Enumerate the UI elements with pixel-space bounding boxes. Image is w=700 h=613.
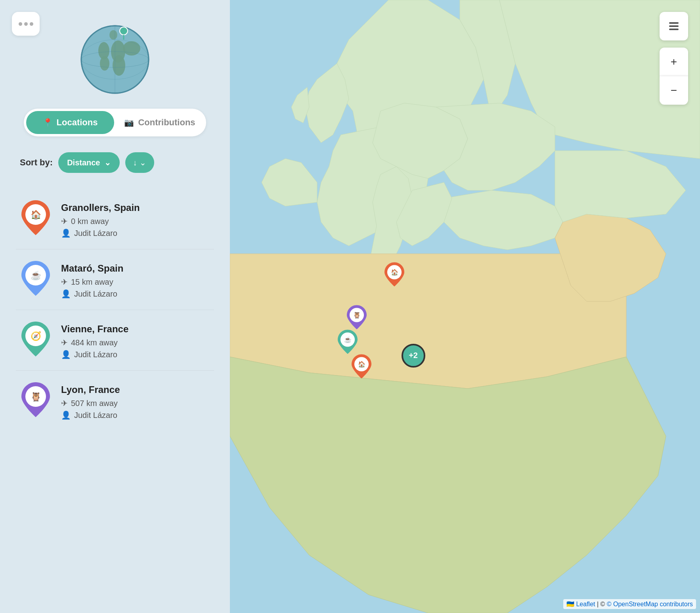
location-list: 🏠 Granollers, Spain ✈ 0 km away 👤 Judit …	[16, 189, 214, 601]
location-distance: ✈ 0 km away	[61, 216, 210, 226]
sort-dropdown[interactable]: Distance ⌄	[58, 152, 119, 173]
svg-text:🏠: 🏠	[358, 360, 366, 368]
svg-text:🏠: 🏠	[31, 209, 42, 220]
osm-link[interactable]: © OpenStreetMap contributors	[607, 601, 693, 607]
map-marker-vienne[interactable]: 🏠	[384, 262, 404, 288]
location-name: Granollers, Spain	[61, 202, 210, 213]
map-marker-granollers[interactable]: 🏠	[352, 354, 371, 380]
map-marker-mataro[interactable]: ☕	[338, 329, 358, 356]
sort-direction-button[interactable]: ↓ ⌄	[125, 152, 154, 173]
dot-3	[30, 22, 33, 26]
sort-row: Sort by: Distance ⌄ ↓ ⌄	[16, 152, 154, 173]
tabs-container: 📍 Locations 📷 Contributions	[24, 109, 206, 136]
svg-rect-30	[669, 22, 679, 24]
user-icon: 👤	[61, 350, 71, 359]
location-info-granollers: Granollers, Spain ✈ 0 km away 👤 Judit Lá…	[61, 200, 210, 238]
location-user: 👤 Judit Lázaro	[61, 228, 210, 238]
dot-2	[24, 22, 28, 26]
svg-text:☕: ☕	[344, 336, 352, 343]
location-info-mataro: Mataró, Spain ✈ 15 km away 👤 Judit Lázar…	[61, 261, 210, 299]
distance-text: 484 km away	[71, 338, 118, 347]
map-container[interactable]: 🏠 🦉 ☕ 🏠	[230, 0, 700, 613]
svg-rect-32	[669, 29, 679, 30]
pin-vienne: 🧭	[20, 321, 52, 357]
tab-contributions[interactable]: 📷 Contributions	[116, 111, 204, 134]
svg-rect-31	[669, 25, 679, 27]
location-name: Vienne, France	[61, 324, 210, 335]
svg-text:🧭: 🧭	[31, 331, 42, 341]
globe-icon	[75, 16, 155, 97]
distance-text: 15 km away	[71, 278, 113, 287]
cluster-count: +2	[409, 351, 418, 360]
cluster-marker[interactable]: +2	[402, 344, 425, 368]
map-marker-lyon[interactable]: 🦉	[347, 305, 367, 331]
pin-lyon: 🦉	[20, 382, 52, 418]
sort-chevron-icon: ⌄	[104, 158, 111, 167]
map-background: 🏠 🦉 ☕ 🏠	[230, 0, 700, 613]
location-info-lyon: Lyon, France ✈ 507 km away 👤 Judit Lázar…	[61, 382, 210, 420]
zoom-in-button[interactable]: +	[660, 48, 688, 76]
svg-text:🦉: 🦉	[353, 311, 361, 319]
pin-mataro: ☕	[20, 261, 52, 296]
distance-icon: ✈	[61, 398, 68, 408]
distance-text: 507 km away	[71, 399, 118, 408]
pin-granollers: 🏠	[20, 200, 52, 236]
distance-icon: ✈	[61, 216, 68, 226]
map-layers-button[interactable]	[660, 12, 688, 40]
distance-icon: ✈	[61, 277, 68, 287]
sort-dir-chevron-icon: ⌄	[140, 158, 146, 167]
user-name: Judit Lázaro	[74, 350, 117, 359]
list-item[interactable]: 🧭 Vienne, France ✈ 484 km away 👤 Judit L…	[16, 310, 214, 371]
location-user: 👤 Judit Lázaro	[61, 410, 210, 420]
distance-text: 0 km away	[71, 217, 109, 226]
location-distance: ✈ 15 km away	[61, 277, 210, 287]
list-item[interactable]: 🦉 Lyon, France ✈ 507 km away 👤 Judit Láz…	[16, 371, 214, 431]
user-icon: 👤	[61, 228, 71, 238]
menu-button[interactable]	[12, 12, 40, 36]
user-name: Judit Lázaro	[74, 411, 117, 420]
dot-1	[19, 22, 22, 26]
map-attribution: 🇺🇦 Leaflet | © © OpenStreetMap contribut…	[563, 599, 696, 609]
user-name: Judit Lázaro	[74, 289, 117, 299]
svg-point-5	[123, 41, 140, 56]
svg-text:🦉: 🦉	[31, 391, 42, 402]
left-panel: 📍 Locations 📷 Contributions Sort by: Dis…	[0, 0, 230, 613]
tab-contributions-label: Contributions	[138, 117, 195, 128]
zoom-out-button[interactable]: −	[660, 76, 688, 105]
leaflet-link[interactable]: Leaflet	[576, 601, 595, 607]
tab-locations-label: Locations	[57, 117, 98, 128]
user-icon: 👤	[61, 289, 71, 299]
tab-locations[interactable]: 📍 Locations	[26, 111, 114, 134]
svg-text:🏠: 🏠	[391, 268, 399, 276]
location-distance: ✈ 484 km away	[61, 338, 210, 347]
location-name: Mataró, Spain	[61, 263, 210, 274]
contributions-icon: 📷	[124, 118, 134, 127]
location-distance: ✈ 507 km away	[61, 398, 210, 408]
list-item[interactable]: ☕ Mataró, Spain ✈ 15 km away 👤 Judit Láz…	[16, 249, 214, 310]
location-user: 👤 Judit Lázaro	[61, 289, 210, 299]
svg-point-6	[109, 30, 117, 40]
list-item[interactable]: 🏠 Granollers, Spain ✈ 0 km away 👤 Judit …	[16, 189, 214, 249]
user-icon: 👤	[61, 410, 71, 420]
svg-point-11	[120, 27, 128, 35]
location-user: 👤 Judit Lázaro	[61, 350, 210, 359]
svg-point-4	[100, 56, 109, 71]
user-name: Judit Lázaro	[74, 229, 117, 238]
zoom-controls: + −	[660, 48, 688, 105]
sort-direction-icon: ↓	[133, 158, 137, 167]
svg-text:☕: ☕	[31, 270, 42, 281]
svg-point-2	[113, 55, 125, 76]
locations-icon: 📍	[43, 118, 53, 127]
location-name: Lyon, France	[61, 384, 210, 395]
layers-icon	[667, 20, 680, 33]
distance-icon: ✈	[61, 338, 68, 347]
location-info-vienne: Vienne, France ✈ 484 km away 👤 Judit Láz…	[61, 321, 210, 359]
sort-current: Distance	[67, 158, 100, 167]
sort-label: Sort by:	[20, 157, 53, 168]
